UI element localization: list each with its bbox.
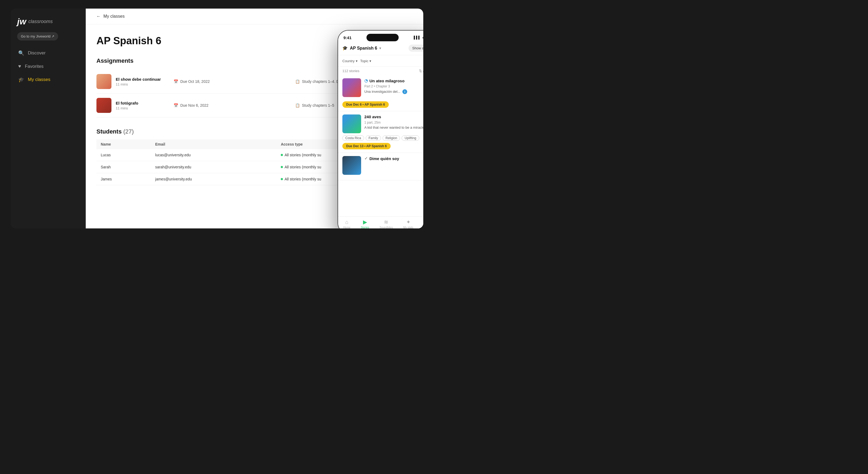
logo-jw: jw (17, 17, 26, 26)
story-item-aves[interactable]: 240 aves ••• 1 part, 25m A kid that neve… (338, 111, 423, 153)
assignment-name: El show debe continuar (116, 77, 169, 82)
country-filter-label: Country (342, 59, 355, 63)
story-title-row: ✓ Dime quién soy ••• (364, 156, 423, 162)
bottom-nav-soundbites[interactable]: ≋ Soundbites (380, 219, 393, 229)
logo-classrooms: classrooms (28, 19, 53, 24)
story-info: ◔ Un ateo milagroso ••• Part 2 • Chapter… (364, 78, 423, 97)
assignment-info: El show debe continuar 11 mins (116, 77, 169, 86)
info-icon[interactable]: i (402, 89, 407, 94)
phone-header: 🎓 AP Spanish 6 ▾ Show all (338, 41, 423, 55)
story-tags: Costa Rica Family Religion Uplifting (342, 136, 423, 141)
students-count: (27) (123, 128, 134, 135)
sort-button[interactable]: ⇅ A–Z (419, 69, 423, 73)
top-nav: ← My classes (86, 8, 423, 24)
story-subtitle: 1 part, 25m (364, 121, 423, 124)
phone-class-title: 🎓 AP Spanish 6 ▾ (342, 46, 381, 51)
signal-icon: ▌▌▌ (414, 36, 421, 39)
assignment-duration: 11 mins (116, 82, 169, 86)
story-info: ✓ Dime quién soy ••• (364, 156, 423, 175)
access-dot (281, 178, 283, 180)
story-name: Un ateo milagroso (369, 79, 405, 83)
go-to-jiveworld-button[interactable]: Go to my Jiveworld ↗ (17, 32, 58, 40)
chevron-down-icon: ▾ (379, 47, 381, 50)
assignment-thumb-el-show (96, 74, 112, 89)
assignment-due-text: Due Oct 18, 2022 (180, 79, 210, 84)
story-thumb-aves (342, 115, 361, 133)
story-title: ◔ Un ateo milagroso (364, 78, 405, 83)
story-desc: A kid that never wanted to be a miracle. (364, 125, 423, 129)
wifi-icon: ◈ (422, 36, 423, 39)
show-all-button[interactable]: Show all (408, 45, 423, 52)
sidebar-nav: 🔍 Discover ♥ Favorites 🎓 My classes (11, 47, 86, 86)
students-label: Students (96, 128, 122, 135)
clipboard-icon: 📋 (295, 103, 300, 108)
student-email: james@university.edu (151, 173, 277, 185)
story-tag[interactable]: Religion (382, 136, 400, 141)
bottom-nav-my-stats[interactable]: ✦ My stats (403, 219, 413, 229)
checkmark-icon: ✓ (364, 156, 368, 161)
heart-icon: ♥ (18, 63, 21, 69)
access-text: All stories (monthly su (284, 177, 321, 181)
back-arrow-icon[interactable]: ← (96, 14, 101, 19)
graduation-cap-icon: 🎓 (18, 77, 24, 83)
stories-count-text: 112 stories (342, 69, 360, 73)
access-text: All stories (monthly su (284, 153, 321, 157)
assignment-due: 📅 Due Nov 6, 2022 (174, 103, 291, 108)
story-thumb-dime (342, 156, 361, 175)
story-thumb-ateo (342, 78, 361, 97)
assignment-notes-text: Study chapters 1–5 (302, 103, 334, 108)
students-title: Students (27) (96, 128, 134, 135)
breadcrumb-text: My classes (103, 14, 125, 19)
stats-label: My stats (403, 226, 413, 229)
bottom-nav-home[interactable]: ⌂ Home (343, 219, 350, 229)
story-name: Dime quién soy (369, 156, 399, 161)
story-tag[interactable]: Family (366, 136, 381, 141)
topic-filter-button[interactable]: Topic ▾ (360, 59, 371, 63)
soundbites-icon: ≋ (384, 219, 389, 225)
story-desc: Una investigación del... i (364, 89, 423, 94)
phone-status-icons: ▌▌▌ ◈ ▮ (414, 36, 423, 39)
phone-story-list[interactable]: ◔ Un ateo milagroso ••• Part 2 • Chapter… (338, 75, 423, 229)
progress-circle-icon: ◔ (364, 78, 368, 83)
country-filter-button[interactable]: Country ▾ (342, 59, 358, 63)
phone-filters: Country ▾ Topic ▾ 🔍 (338, 55, 423, 67)
phone-time: 9:41 (343, 35, 351, 40)
sidebar-item-favorites[interactable]: ♥ Favorites (14, 60, 83, 72)
phone-class-name: AP Spanish 6 (350, 46, 377, 51)
bottom-nav-stories[interactable]: ▶ Stories (361, 219, 369, 229)
access-text: All stories (monthly su (284, 165, 321, 169)
story-title-row: ◔ Un ateo milagroso ••• (364, 78, 423, 84)
clipboard-icon: 📋 (295, 79, 300, 84)
col-email: Email (151, 140, 277, 149)
stories-icon: ▶ (363, 219, 367, 225)
sidebar-item-discover-label: Discover (28, 51, 45, 56)
home-icon: ⌂ (345, 219, 348, 225)
story-item-dime[interactable]: ✓ Dime quién soy ••• (338, 153, 423, 180)
sidebar-item-discover[interactable]: 🔍 Discover (14, 47, 83, 59)
sidebar-item-my-classes[interactable]: 🎓 My classes (14, 73, 83, 86)
story-tag[interactable]: Costa Rica (342, 136, 364, 141)
home-label: Home (343, 226, 350, 229)
student-name: James (96, 173, 151, 185)
col-name: Name (96, 140, 151, 149)
story-name: 240 aves (364, 115, 381, 119)
stories-label: Stories (361, 226, 369, 229)
phone-notch (367, 34, 399, 41)
access-dot (281, 154, 283, 156)
phone-overlay: 9:41 ▌▌▌ ◈ ▮ 🎓 AP Spanish 6 ▾ Show all C… (338, 30, 423, 229)
assignment-thumb-el-foto (96, 98, 112, 113)
story-title: 240 aves (364, 115, 381, 119)
phone-bottom-nav: ⌂ Home ▶ Stories ≋ Soundbites ✦ My stats… (338, 216, 423, 229)
assignment-duration: 11 mins (116, 106, 169, 110)
calendar-icon: 📅 (174, 79, 178, 84)
story-item-ateo[interactable]: ◔ Un ateo milagroso ••• Part 2 • Chapter… (338, 75, 423, 111)
story-title-row: 240 aves ••• (364, 115, 423, 120)
story-tag[interactable]: Uplifting (402, 136, 419, 141)
due-badge: Due Dec 6 • AP Spanish 6 (342, 101, 389, 108)
class-title: AP Spanish 6 (96, 35, 161, 47)
story-title: ✓ Dime quién soy (364, 156, 399, 161)
assignment-due-text: Due Nov 6, 2022 (180, 103, 209, 108)
student-email: sarah@university.edu (151, 161, 277, 173)
phone-status-bar: 9:41 ▌▌▌ ◈ ▮ (338, 31, 423, 41)
stories-count-bar: 112 stories ⇅ A–Z (338, 67, 423, 75)
